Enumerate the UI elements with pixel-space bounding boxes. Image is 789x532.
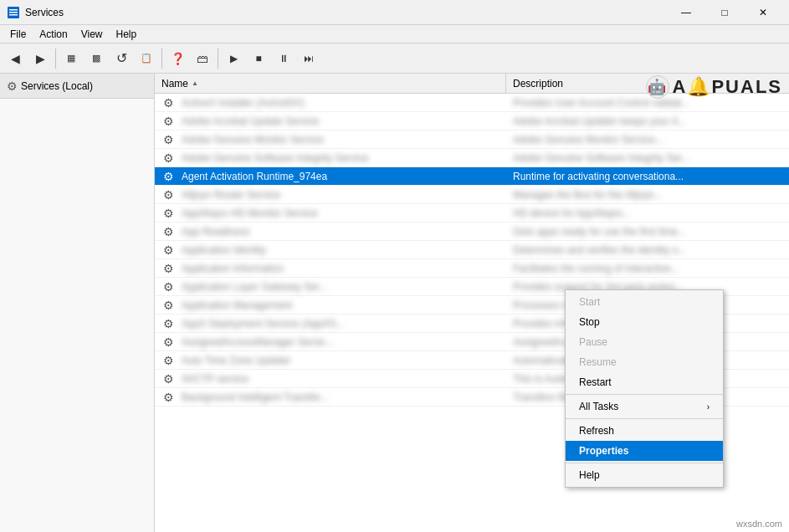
forward-btn[interactable]: ▶ <box>28 47 52 70</box>
service-icon: ⚙ <box>155 299 182 312</box>
svg-rect-2 <box>9 12 18 13</box>
properties-toolbar-btn[interactable]: 🗃 <box>191 47 214 70</box>
service-icon: ⚙ <box>155 188 182 202</box>
service-name: AVCTP service <box>182 373 506 385</box>
context-menu-separator <box>566 463 723 463</box>
ctx-start: Start <box>566 292 723 312</box>
service-description: Runtime for activating conversationa... <box>506 171 789 182</box>
service-description: Adobe Genuine Monitor Service... <box>506 134 789 146</box>
service-name: Application Layer Gateway Ser... <box>182 281 506 293</box>
window-title: Services <box>25 7 64 18</box>
ctx-help-label: Help <box>579 469 600 481</box>
service-row[interactable]: ⚙Application IdentityDetermines and veri… <box>155 241 789 259</box>
service-icon: ⚙ <box>155 151 182 165</box>
close-button[interactable]: ✕ <box>744 0 782 25</box>
service-row[interactable]: ⚙Adobe Genuine Software Integrity Servic… <box>155 149 789 167</box>
main-area: ⚙ Services (Local) Name ▲ Description ⚙A… <box>0 74 789 532</box>
service-row[interactable]: ⚙App ReadinessGets apps ready for use th… <box>155 223 789 241</box>
menu-bar: File Action View Help <box>0 25 789 43</box>
service-icon: ⚙ <box>155 243 182 257</box>
left-panel: ⚙ Services (Local) <box>0 74 155 532</box>
service-icon: ⚙ <box>155 207 182 220</box>
sort-indicator: ▲ <box>192 79 198 87</box>
ctx-pause-label: Pause <box>579 336 607 348</box>
pause-btn[interactable]: ⏸ <box>272 47 295 70</box>
service-description: Facilitates the running of interactive..… <box>506 263 789 274</box>
service-name: AppX Deployment Service (AppXS... <box>182 318 506 330</box>
appuals-logo-icon: 🤖 <box>646 75 669 99</box>
service-row[interactable]: ⚙AppXbqov HD Monitor ServiceHD device fo… <box>155 204 789 223</box>
service-name: Adobe Acrobat Update Service <box>182 115 506 127</box>
menu-view[interactable]: View <box>74 25 110 43</box>
services-local-icon: ⚙ <box>7 79 18 93</box>
service-description: Determines and verifies the identity o..… <box>506 244 789 256</box>
service-row[interactable]: ⚙Application InformationFacilitates the … <box>155 259 789 278</box>
ctx-help[interactable]: Help <box>566 465 723 485</box>
service-icon: ⚙ <box>155 115 182 128</box>
service-icon: ⚙ <box>155 280 182 294</box>
menu-help[interactable]: Help <box>110 25 144 43</box>
service-icon: ⚙ <box>155 225 182 238</box>
ctx-properties-label: Properties <box>579 445 628 457</box>
service-row[interactable]: ⚙Alljoyn Router ServiceManages the Bus f… <box>155 186 789 204</box>
menu-action[interactable]: Action <box>33 25 74 43</box>
service-description: HD device for AppXbqov... <box>506 207 789 219</box>
export-list-btn[interactable]: 📋 <box>135 47 158 70</box>
service-row[interactable]: ⚙Adobe Acrobat Update ServiceAdobe Acrob… <box>155 112 789 130</box>
ctx-all-tasks[interactable]: All Tasks› <box>566 396 723 417</box>
app-icon <box>7 6 20 19</box>
ctx-restart[interactable]: Restart <box>566 372 723 392</box>
name-column-header[interactable]: Name ▲ <box>155 74 506 94</box>
back-btn[interactable]: ◀ <box>3 47 27 70</box>
appuals-logo: 🤖 A🔔PUALS <box>646 75 782 99</box>
ctx-refresh-label: Refresh <box>579 425 614 437</box>
service-name: Alljoyn Router Service <box>182 189 506 201</box>
ctx-restart-label: Restart <box>579 376 612 388</box>
context-menu-separator <box>566 394 723 395</box>
service-description: Adobe Acrobat Updater keeps your A... <box>506 115 789 127</box>
window-controls: — □ ✕ <box>667 0 782 25</box>
service-name: AppXbqov HD Monitor Service <box>182 207 506 219</box>
menu-file[interactable]: File <box>3 25 33 43</box>
service-name: Background Intelligent Transfer... <box>182 391 506 403</box>
console-btn[interactable]: ▦ <box>59 47 83 70</box>
toolbar: ◀ ▶ ▦ ▩ ↺ 📋 ❓ 🗃 ▶ ■ ⏸ ⏭ <box>0 43 789 74</box>
toolbar-separator-1 <box>55 49 56 69</box>
ctx-all-tasks-label: All Tasks <box>579 401 618 412</box>
ctx-pause: Pause <box>566 332 723 352</box>
service-icon: ⚙ <box>155 354 182 367</box>
maximize-button[interactable]: □ <box>705 0 744 25</box>
stop-btn[interactable]: ■ <box>247 47 270 70</box>
service-icon: ⚙ <box>155 96 182 110</box>
watermark: wxsdn.com <box>736 519 782 529</box>
service-name: AssignedAccessManager Servic... <box>182 336 506 348</box>
title-bar: Services — □ ✕ <box>0 0 789 25</box>
service-description: Gets apps ready for use the first time..… <box>506 226 789 238</box>
service-name: App Readiness <box>182 226 506 238</box>
play-btn[interactable]: ▶ <box>222 47 245 70</box>
left-panel-header: ⚙ Services (Local) <box>0 74 154 99</box>
service-row[interactable]: ⚙Agent Activation Runtime_974eaRuntime f… <box>155 167 789 186</box>
resume-btn[interactable]: ⏭ <box>297 47 320 70</box>
service-description: Adobe Genuine Software Integrity Ser... <box>506 152 789 164</box>
service-icon: ⚙ <box>155 372 182 386</box>
help-toolbar-btn[interactable]: ❓ <box>166 47 189 70</box>
refresh-toolbar-btn[interactable]: ↺ <box>110 47 133 70</box>
ctx-refresh[interactable]: Refresh <box>566 421 723 441</box>
console2-btn[interactable]: ▩ <box>85 47 108 70</box>
service-icon: ⚙ <box>155 317 182 330</box>
toolbar-separator-2 <box>161 49 162 69</box>
service-icon: ⚙ <box>155 170 182 183</box>
service-icon: ⚙ <box>155 133 182 146</box>
svg-rect-3 <box>9 14 18 16</box>
service-name: Auto Time Zone Updater <box>182 355 506 366</box>
service-icon: ⚙ <box>155 262 182 275</box>
minimize-button[interactable]: — <box>667 0 705 25</box>
service-name: Application Identity <box>182 244 506 256</box>
service-name: ActiveX Installer (AxInstSV) <box>182 97 506 109</box>
service-name: Adobe Genuine Software Integrity Service <box>182 152 506 164</box>
ctx-stop[interactable]: Stop <box>566 312 723 332</box>
service-name: Adobe Genuine Monitor Service <box>182 134 506 146</box>
ctx-properties[interactable]: Properties <box>566 441 723 461</box>
service-row[interactable]: ⚙Adobe Genuine Monitor ServiceAdobe Genu… <box>155 130 789 149</box>
